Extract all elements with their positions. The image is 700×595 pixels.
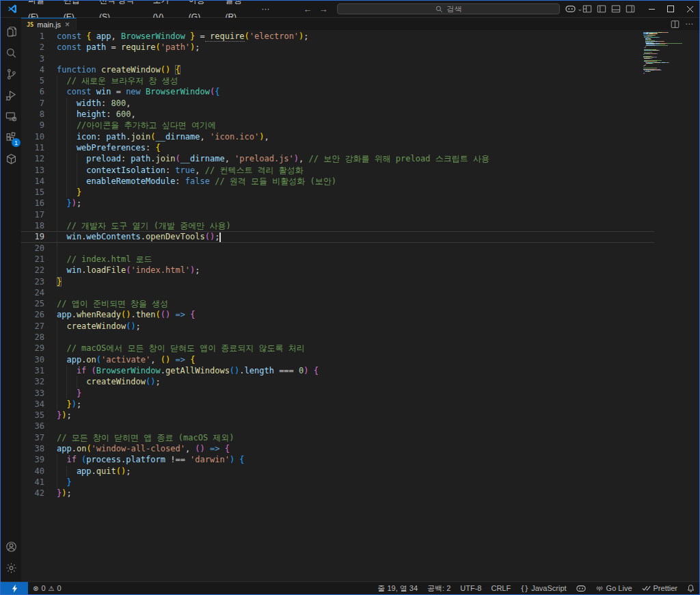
code-line[interactable]: 17 — [21, 209, 699, 220]
copilot-menu-button[interactable]: ⌄ — [565, 5, 582, 13]
status-cursor-position[interactable]: 줄 19, 열 34 — [373, 582, 422, 594]
account-icon[interactable] — [1, 536, 21, 557]
settings-gear-icon[interactable] — [1, 557, 21, 579]
problems-status[interactable]: ⊗ 0 ⚠ 0 — [28, 582, 66, 594]
code-line[interactable]: 13contextIsolation: true, // 컨텍스트 격리 활성화 — [21, 165, 699, 176]
code-line[interactable]: 29// macOS에서 모든 창이 닫혀도 앱이 종료되지 않도록 처리 — [21, 343, 699, 354]
code-line[interactable]: 18// 개발자 도구 열기 (개발 중에만 사용) — [21, 220, 699, 231]
code-line[interactable]: 16}); — [21, 198, 699, 209]
code-line[interactable]: 27createWindow(); — [21, 321, 699, 332]
package-view-icon[interactable] — [1, 148, 21, 170]
line-content — [44, 53, 57, 64]
line-number: 39 — [21, 454, 44, 465]
remote-explorer-icon[interactable] — [1, 106, 21, 127]
status-eol[interactable]: CRLF — [486, 582, 515, 594]
code-line[interactable]: 10icon: path.join(__dirname, 'icon.ico')… — [21, 131, 699, 142]
line-number: 11 — [21, 142, 44, 153]
code-line[interactable]: 38app.on('window-all-closed', () => { — [21, 443, 699, 454]
source-control-icon[interactable] — [1, 64, 21, 85]
code-line[interactable]: 14enableRemoteModule: false // 원격 모듈 비활성… — [21, 176, 699, 187]
status-prettier[interactable]: Prettier — [637, 582, 682, 594]
code-line[interactable]: 11webPreferences: { — [21, 142, 699, 153]
indent-guide — [57, 399, 66, 410]
nav-arrows: ← → — [303, 4, 327, 14]
line-number: 38 — [21, 443, 44, 454]
indent-guide — [66, 98, 76, 109]
code-line[interactable]: 39if (process.platform !== 'darwin') { — [21, 454, 699, 465]
code-editor[interactable]: 1const { app, BrowserWindow } = require(… — [21, 30, 699, 581]
toggle-panel-icon[interactable] — [611, 4, 621, 14]
indent-guide — [57, 388, 66, 399]
maximize-button[interactable] — [661, 1, 680, 17]
toggle-secondary-sidebar-icon[interactable] — [625, 4, 635, 14]
indent-guide — [77, 376, 86, 387]
code-line[interactable]: 23} — [21, 276, 699, 287]
code-line[interactable]: 12preload: path.join(__dirname, 'preload… — [21, 153, 699, 164]
customize-layout-icon[interactable] — [582, 4, 592, 14]
code-line[interactable]: 26app.whenReady().then(() => { — [21, 309, 699, 320]
code-line[interactable]: 37// 모든 창이 닫히면 앱 종료 (macOS 제외) — [21, 432, 699, 443]
code-line[interactable]: 33} — [21, 388, 699, 399]
code-line[interactable]: 1const { app, BrowserWindow } = require(… — [21, 31, 699, 42]
minimize-button[interactable] — [642, 1, 661, 17]
code-line[interactable]: 42}); — [21, 488, 699, 499]
run-debug-icon[interactable] — [1, 85, 21, 106]
code-line[interactable]: 2const path = require('path'); — [21, 42, 699, 53]
code-line[interactable]: 36 — [21, 421, 699, 432]
indent-guide — [66, 176, 76, 187]
editor-more-actions-icon[interactable]: ⋯ — [685, 19, 693, 29]
status-encoding[interactable]: UTF-8 — [455, 582, 486, 594]
status-language-mode[interactable]: {}JavaScript — [515, 582, 571, 594]
code-line[interactable]: 21// index.html 로드 — [21, 254, 699, 265]
code-line[interactable]: 24 — [21, 287, 699, 298]
line-content: app.on('window-all-closed', () => { — [44, 443, 230, 454]
split-editor-icon[interactable] — [671, 20, 679, 29]
status-notifications[interactable] — [682, 582, 699, 594]
code-line[interactable]: 19win.webContents.openDevTools(); — [21, 231, 699, 242]
code-line[interactable]: 28 — [21, 332, 699, 343]
code-line[interactable]: 6const win = new BrowserWindow({ — [21, 86, 699, 97]
toggle-primary-sidebar-icon[interactable] — [597, 4, 606, 14]
menu-item-6[interactable]: ··· — [256, 1, 274, 18]
code-line[interactable]: 5// 새로운 브라우저 창 생성 — [21, 75, 699, 86]
close-button[interactable] — [680, 1, 699, 17]
line-content: win.loadFile('index.html'); — [44, 265, 200, 276]
status-indentation[interactable]: 공백: 2 — [422, 582, 455, 594]
code-line[interactable]: 9//아이콘을 추가하고 싶다면 여기에 — [21, 120, 699, 131]
indent-guide — [66, 131, 76, 142]
code-line[interactable]: 35}); — [21, 410, 699, 421]
command-center-search[interactable]: 검색 — [337, 3, 560, 14]
code-line[interactable]: 32createWindow(); — [21, 376, 699, 387]
line-content: const path = require('path'); — [44, 42, 200, 53]
indent-guide — [57, 153, 66, 164]
code-line[interactable]: 31if (BrowserWindow.getAllWindows().leng… — [21, 365, 699, 376]
code-line[interactable]: 15} — [21, 187, 699, 198]
search-view-icon[interactable] — [1, 42, 21, 64]
status-bar-right: 줄 19, 열 34공백: 2UTF-8CRLF{}JavaScriptGo L… — [373, 582, 699, 594]
status-label: Go Live — [606, 584, 632, 592]
tab-main-js[interactable]: JS main.js × — [21, 18, 77, 30]
extensions-icon[interactable]: 1 — [1, 127, 21, 148]
status-copilot[interactable] — [571, 582, 591, 594]
line-content: } — [44, 388, 81, 399]
tab-close-icon[interactable]: × — [64, 21, 70, 29]
nav-forward-button[interactable]: → — [319, 4, 327, 14]
nav-back-button[interactable]: ← — [303, 4, 312, 14]
code-line[interactable]: 25// 앱이 준비되면 창을 생성 — [21, 298, 699, 309]
code-line[interactable]: 4function createWindow() { — [21, 64, 699, 75]
code-line[interactable]: 3 — [21, 53, 699, 64]
code-line[interactable]: 8height: 600, — [21, 109, 699, 120]
line-number: 23 — [21, 276, 44, 287]
code-line[interactable]: 41} — [21, 477, 699, 488]
code-line[interactable]: 7width: 800, — [21, 98, 699, 109]
code-line[interactable]: 34}); — [21, 399, 699, 410]
remote-indicator[interactable] — [1, 582, 28, 594]
status-go-live[interactable]: Go Live — [591, 582, 637, 594]
code-line[interactable]: 20 — [21, 243, 699, 254]
explorer-icon[interactable] — [1, 21, 21, 42]
code-line[interactable]: 22win.loadFile('index.html'); — [21, 265, 699, 276]
code-line[interactable]: 40app.quit(); — [21, 466, 699, 477]
minimap[interactable] — [643, 32, 691, 74]
indent-guide — [57, 109, 66, 120]
code-line[interactable]: 30app.on('activate', () => { — [21, 354, 699, 365]
